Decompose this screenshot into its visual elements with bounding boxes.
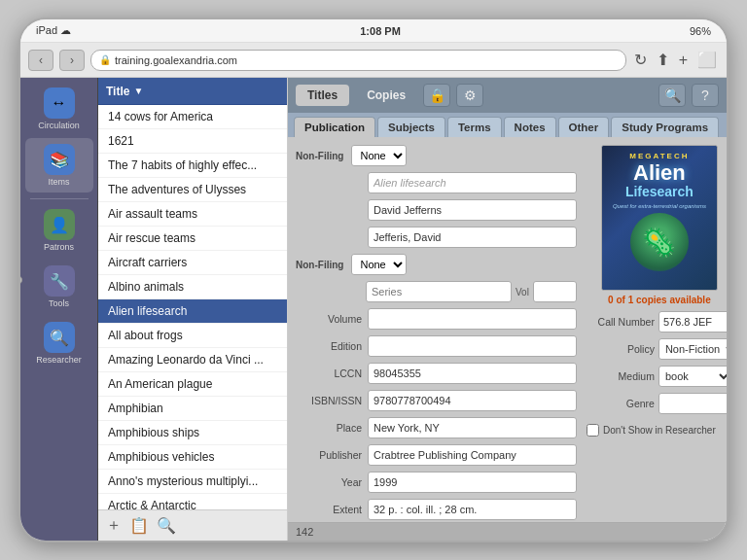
extent-label: Extent bbox=[296, 504, 362, 515]
sidebar-label-tools: Tools bbox=[49, 298, 69, 308]
volume-row: Volume bbox=[296, 308, 577, 330]
medium-select[interactable]: book bbox=[658, 366, 727, 387]
sidebar-item-tools[interactable]: 🔧 Tools bbox=[25, 260, 93, 314]
list-item[interactable]: Air rescue teams bbox=[98, 227, 287, 251]
author-display-input[interactable] bbox=[368, 199, 577, 221]
tab-copies[interactable]: Copies bbox=[355, 85, 417, 106]
title-row bbox=[296, 172, 577, 193]
sidebar-label-researcher: Researcher bbox=[36, 355, 82, 365]
volume-input[interactable] bbox=[368, 308, 577, 330]
share-button[interactable]: ⬆ bbox=[655, 49, 671, 71]
add-tab-button[interactable]: + bbox=[677, 50, 690, 71]
search-item-button[interactable]: 🔍 bbox=[157, 516, 176, 535]
lock-toolbar-icon[interactable]: 🔒 bbox=[423, 84, 450, 107]
settings-toolbar-icon[interactable]: ⚙ bbox=[456, 84, 483, 107]
form-left: Non-Filing None bbox=[296, 145, 577, 514]
sidebar-item-circulation[interactable]: ↔ Circulation bbox=[25, 82, 93, 136]
publisher-input[interactable] bbox=[368, 444, 577, 466]
list-item[interactable]: Anno's mysterious multiplyi... bbox=[98, 470, 287, 494]
vol-label: Vol bbox=[516, 287, 529, 298]
status-time: 1:08 PM bbox=[360, 25, 401, 37]
nonfiling-row-2: Non-Filing None bbox=[296, 254, 577, 275]
year-row: Year bbox=[296, 472, 577, 493]
call-number-row: Call Number bbox=[587, 311, 727, 332]
list-item[interactable]: 14 cows for America bbox=[98, 105, 287, 129]
book-cover-area: MEGATECH Alien Lifesearch Quest for extr… bbox=[587, 145, 727, 305]
author-value-input[interactable] bbox=[368, 227, 577, 248]
lccn-input[interactable] bbox=[368, 363, 577, 384]
sub-tab-terms[interactable]: Terms bbox=[447, 117, 502, 137]
call-number-label: Call Number bbox=[587, 316, 655, 328]
list-item[interactable]: Amphibious vehicles bbox=[98, 445, 287, 470]
nonfiling-label-1: Non-Filing bbox=[296, 151, 343, 161]
url-text: training.goalexandria.com bbox=[115, 54, 237, 66]
edition-input[interactable] bbox=[368, 335, 577, 357]
list-panel: Title ▼ 14 cows for America 1621 The 7 h… bbox=[98, 78, 288, 541]
page-counter: 142 bbox=[288, 522, 727, 541]
nonfiling-select-2[interactable]: None bbox=[351, 254, 407, 275]
dont-show-checkbox[interactable] bbox=[587, 424, 599, 437]
list-item[interactable]: Amphibian bbox=[98, 397, 287, 421]
sidebar-label-circulation: Circulation bbox=[38, 121, 80, 130]
list-item[interactable]: All about frogs bbox=[98, 324, 287, 348]
genre-input[interactable] bbox=[658, 393, 727, 414]
list-item[interactable]: The 7 habits of highly effec... bbox=[98, 154, 287, 178]
dont-show-label: Don't Show in Researcher bbox=[603, 425, 716, 436]
sub-tab-other[interactable]: Other bbox=[558, 117, 610, 137]
list-item[interactable]: Arctic & Antarctic bbox=[98, 494, 287, 509]
sub-tab-study-programs[interactable]: Study Programs bbox=[611, 117, 719, 137]
sub-tab-subjects[interactable]: Subjects bbox=[377, 117, 445, 137]
sidebar-item-patrons[interactable]: 👤 Patrons bbox=[25, 203, 93, 258]
status-right: 96% bbox=[690, 25, 711, 37]
author-value-row bbox=[296, 227, 577, 248]
sidebar-label-items: Items bbox=[48, 177, 69, 187]
help-toolbar-button[interactable]: ? bbox=[692, 84, 719, 107]
list-title-label: Title bbox=[106, 85, 129, 98]
tab-titles[interactable]: Titles bbox=[296, 85, 349, 106]
list-item[interactable]: Amazing Leonardo da Vinci ... bbox=[98, 348, 287, 372]
vol-input[interactable] bbox=[533, 281, 577, 302]
reload-button[interactable]: ↻ bbox=[632, 49, 649, 71]
back-button[interactable]: ‹ bbox=[28, 50, 53, 71]
list-item[interactable]: Aircraft carriers bbox=[98, 251, 287, 275]
list-item[interactable]: Amphibious ships bbox=[98, 421, 287, 445]
status-left: iPad ☁ bbox=[36, 24, 71, 37]
sidebar-item-items[interactable]: 📚 Items bbox=[25, 138, 93, 192]
sub-tab-publication[interactable]: Publication bbox=[294, 117, 375, 137]
nonfiling-label-2: Non-Filing bbox=[296, 260, 343, 270]
year-input[interactable] bbox=[368, 472, 577, 493]
sub-tab-notes[interactable]: Notes bbox=[504, 117, 556, 137]
list-item[interactable]: Albino animals bbox=[98, 275, 287, 299]
list-item[interactable]: An American plague bbox=[98, 372, 287, 397]
tabs-button[interactable]: ⬜ bbox=[695, 49, 719, 71]
sidebar-label-patrons: Patrons bbox=[44, 242, 74, 252]
edition-label: Edition bbox=[296, 340, 362, 352]
main-content: ↔ Circulation 📚 Items 👤 Patrons 🔧 Tools … bbox=[20, 78, 727, 541]
url-bar[interactable]: 🔒 training.goalexandria.com bbox=[90, 50, 626, 71]
isbn-input[interactable] bbox=[368, 390, 577, 411]
list-item[interactable]: The adventures of Ulysses bbox=[98, 178, 287, 202]
nonfiling-select-1[interactable]: None bbox=[351, 145, 407, 166]
place-input[interactable] bbox=[368, 417, 577, 438]
forward-button[interactable]: › bbox=[59, 50, 85, 71]
cover-subtitle: Quest for extra-terrestrial organisms bbox=[613, 203, 706, 209]
year-label: Year bbox=[296, 476, 362, 488]
list-item-selected[interactable]: Alien lifesearch bbox=[98, 299, 287, 324]
title-input[interactable] bbox=[368, 172, 577, 193]
book-cover: MEGATECH Alien Lifesearch Quest for extr… bbox=[601, 145, 718, 291]
sidebar-item-researcher[interactable]: 🔍 Researcher bbox=[25, 316, 93, 370]
series-input[interactable] bbox=[366, 281, 512, 302]
search-toolbar-button[interactable]: 🔍 bbox=[658, 84, 686, 107]
list-header: Title ▼ bbox=[98, 78, 287, 105]
copy-item-button[interactable]: 📋 bbox=[129, 516, 149, 535]
call-number-input[interactable] bbox=[658, 311, 727, 332]
list-item[interactable]: 1621 bbox=[98, 129, 287, 154]
extent-input[interactable] bbox=[368, 499, 577, 520]
policy-select[interactable]: Non-Fiction bbox=[658, 338, 727, 360]
author-display-row bbox=[296, 199, 577, 221]
isbn-label: ISBN/ISSN bbox=[296, 395, 362, 406]
medium-row: Medium book bbox=[587, 366, 727, 387]
add-item-button[interactable]: ＋ bbox=[106, 515, 122, 536]
list-item[interactable]: Air assault teams bbox=[98, 202, 287, 227]
researcher-icon: 🔍 bbox=[44, 322, 75, 353]
